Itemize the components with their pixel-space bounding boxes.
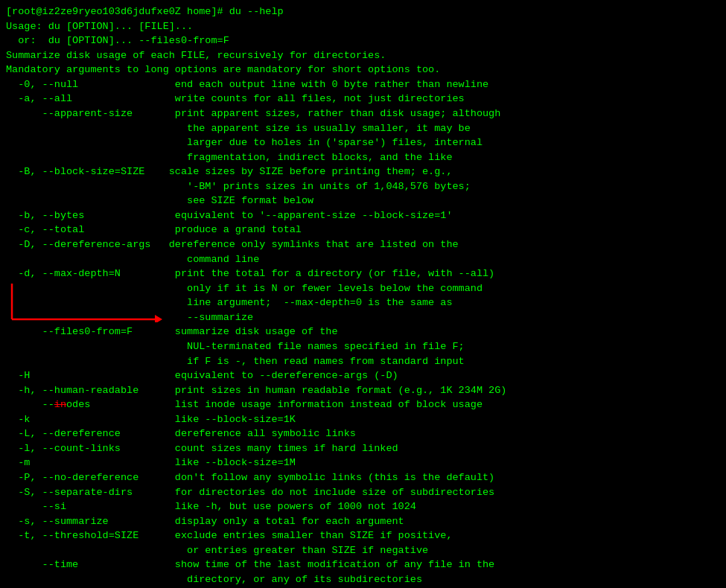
terminal-line: -b, --bytes equivalent to '--apparent-si… (6, 208, 720, 223)
terminal-line: -D, --dereference-args dereference only … (6, 237, 720, 252)
terminal-line: see SIZE format below (6, 194, 720, 208)
terminal-line: '-BM' prints sizes in units of 1,048,576… (6, 179, 720, 194)
terminal-line: -L, --dereference dereference all symbol… (6, 426, 720, 441)
terminal-line: --si like -h, but use powers of 1000 not… (6, 499, 720, 514)
terminal-line-arrow: -d, --max-depth=N print the total for a … (6, 266, 720, 281)
terminal-line: --apparent-size print apparent sizes, ra… (6, 106, 720, 121)
terminal-line: -l, --count-links count sizes many times… (6, 441, 720, 456)
red-arrow-indicator (6, 281, 162, 327)
terminal-line: -B, --block-size=SIZE scale sizes by SIZ… (6, 164, 720, 179)
terminal-line: -m like --block-size=1M (6, 456, 720, 470)
terminal-line: -c, --total produce a grand total (6, 223, 720, 237)
terminal-line: directory, or any of its subdirectories (6, 572, 720, 587)
terminal-line-inodes: --inodes list inode usage information in… (6, 397, 720, 412)
terminal-line: Usage: du [OPTION]... [FILE]... (6, 19, 720, 34)
terminal-line: -H equivalent to --dereference-args (-D) (6, 368, 720, 383)
terminal-line: --time show time of the last modificatio… (6, 557, 720, 572)
terminal-line: or entries greater than SIZE if negative (6, 543, 720, 558)
terminal-line: NUL-terminated file names specified in f… (6, 339, 720, 354)
terminal-line: if F is -, then read names from standard… (6, 354, 720, 369)
terminal-window: [root@iz2ze9ryeo103d6jdufxe0Z home]# du … (0, 0, 726, 588)
terminal-line: Summarize disk usage of each FILE, recur… (6, 48, 720, 63)
terminal-line: -t, --threshold=SIZE exclude entries sma… (6, 528, 720, 543)
terminal-line: -h, --human-readable print sizes in huma… (6, 383, 720, 398)
terminal-line: -S, --separate-dirs for directories do n… (6, 485, 720, 500)
terminal-line: -P, --no-dereference don't follow any sy… (6, 470, 720, 485)
terminal-line: Mandatory arguments to long options are … (6, 63, 720, 77)
terminal-line: -s, --summarize display only a total for… (6, 514, 720, 529)
strikethrough-text: in (54, 399, 66, 410)
terminal-line: larger due to holes in ('sparse') files,… (6, 135, 720, 150)
terminal-content: [root@iz2ze9ryeo103d6jdufxe0Z home]# du … (6, 4, 720, 587)
terminal-line: command line (6, 252, 720, 267)
svg-marker-2 (155, 315, 162, 322)
terminal-line: -0, --null end each output line with 0 b… (6, 77, 720, 92)
terminal-line: the apparent size is usually smaller, it… (6, 121, 720, 136)
terminal-line: -a, --all write counts for all files, no… (6, 92, 720, 106)
terminal-line: -k like --block-size=1K (6, 412, 720, 427)
terminal-line: fragmentation, indirect blocks, and the … (6, 150, 720, 165)
terminal-line: [root@iz2ze9ryeo103d6jdufxe0Z home]# du … (6, 4, 720, 19)
terminal-line: or: du [OPTION]... --files0-from=F (6, 33, 720, 48)
